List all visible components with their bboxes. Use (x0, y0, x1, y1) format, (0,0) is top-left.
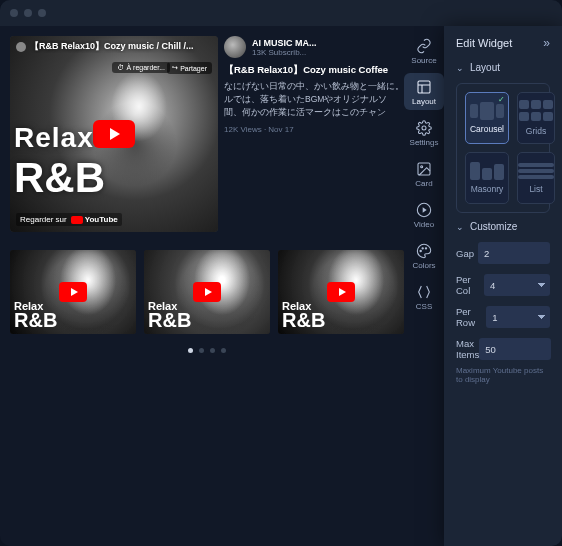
chevron-down-icon: ⌄ (456, 222, 464, 232)
collapse-panel-icon[interactable]: » (543, 36, 550, 50)
layout-option-carousel[interactable]: Carousel (465, 92, 509, 144)
chevron-down-icon: ⌄ (456, 63, 464, 73)
info-title: 【R&B Relax10】Cozy music Coffee (224, 64, 404, 76)
thumbnail-row: RelaxR&B RelaxR&B RelaxR&B (10, 250, 404, 334)
thumbnail[interactable]: RelaxR&B (278, 250, 404, 334)
tab-colors[interactable]: Colors (404, 237, 444, 274)
app-window: 【R&B Relax10】Cozy music / Chill /... ⏱ À… (0, 0, 562, 546)
tab-css[interactable]: CSS (404, 278, 444, 315)
traffic-dot[interactable] (24, 9, 32, 17)
section-customize-header[interactable]: ⌄ Customize (456, 221, 550, 232)
layout-option-list[interactable]: List (517, 152, 555, 204)
pagination-dots[interactable] (10, 348, 404, 353)
layout-options-frame: Carousel Grids Masonry List (456, 83, 550, 213)
svg-point-1 (422, 126, 426, 130)
widget-preview: 【R&B Relax10】Cozy music / Chill /... ⏱ À… (0, 26, 404, 546)
svg-point-5 (420, 250, 421, 251)
percol-label: Per Col (456, 274, 484, 296)
thumbnail[interactable]: RelaxR&B (10, 250, 136, 334)
tab-source[interactable]: Source (404, 32, 444, 69)
layout-option-grids[interactable]: Grids (517, 92, 555, 144)
video-title-overlay: 【R&B Relax10】Cozy music / Chill /... (16, 40, 212, 53)
layout-icon (416, 79, 432, 95)
youtube-logo-icon: YouTube (71, 215, 118, 224)
overlay-text-rb: R&B (14, 154, 105, 202)
maxitems-hint: Maximum Youtube posts to display (456, 366, 550, 384)
titlebar (0, 0, 562, 26)
image-icon (416, 161, 432, 177)
panel-title: Edit Widget (456, 37, 512, 49)
gap-label: Gap (456, 248, 474, 259)
svg-point-3 (421, 166, 423, 168)
svg-point-6 (422, 248, 423, 249)
info-description: なにげない日常の中、かい飲み物と一緒に。ルでは、落ち着いたBGMやオリジナルソ間… (224, 80, 404, 118)
avatar[interactable] (224, 36, 246, 58)
tab-card[interactable]: Card (404, 155, 444, 192)
video-info: AI MUSIC MA... 13K Subscrib... 【R&B Rela… (222, 36, 404, 232)
play-icon (327, 282, 355, 302)
overlay-text-relax: Relax (14, 122, 94, 154)
thumbnail[interactable]: RelaxR&B (144, 250, 270, 334)
play-circle-icon (416, 202, 432, 218)
traffic-dot[interactable] (38, 9, 46, 17)
tab-settings[interactable]: Settings (404, 114, 444, 151)
link-icon (416, 38, 432, 54)
watch-later-pill[interactable]: ⏱ À regarder... (112, 62, 170, 73)
content-area: 【R&B Relax10】Cozy music / Chill /... ⏱ À… (0, 26, 562, 546)
maxitems-input[interactable] (479, 338, 551, 360)
play-icon[interactable] (93, 120, 135, 148)
tab-video[interactable]: Video (404, 196, 444, 233)
traffic-dot[interactable] (10, 9, 18, 17)
channel-subs: 13K Subscrib... (252, 48, 404, 57)
code-icon (416, 284, 432, 300)
gear-icon (416, 120, 432, 136)
svg-rect-0 (418, 81, 430, 93)
watch-on-youtube[interactable]: Regarder sur YouTube (16, 213, 122, 226)
maxitems-label: Max Items (456, 338, 479, 360)
play-icon (193, 282, 221, 302)
section-layout-header[interactable]: ⌄ Layout (456, 62, 550, 73)
channel-name[interactable]: AI MUSIC MA... (252, 38, 404, 48)
svg-point-7 (425, 248, 426, 249)
tab-layout[interactable]: Layout (404, 73, 444, 110)
palette-icon (416, 243, 432, 259)
perrow-select[interactable]: 1 (486, 306, 550, 328)
play-icon (59, 282, 87, 302)
edit-widget-panel: Edit Widget » ⌄ Layout Carousel Grids (444, 26, 562, 546)
settings-iconbar: Source Layout Settings Card Video Colors (404, 26, 444, 546)
share-pill[interactable]: ↪ Partager (167, 62, 212, 74)
gap-input[interactable] (478, 242, 550, 264)
info-meta: 12K Views · Nov 17 (224, 125, 404, 134)
percol-select[interactable]: 4 (484, 274, 550, 296)
perrow-label: Per Row (456, 306, 486, 328)
layout-option-masonry[interactable]: Masonry (465, 152, 509, 204)
main-video[interactable]: 【R&B Relax10】Cozy music / Chill /... ⏱ À… (10, 36, 218, 232)
